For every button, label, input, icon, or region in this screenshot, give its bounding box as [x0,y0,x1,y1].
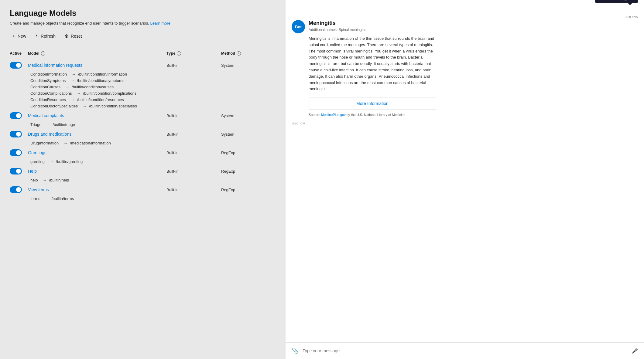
arrow-icon: → [63,85,69,89]
model-row: Medical complaints Built-in System [10,110,276,121]
type-info-icon[interactable]: i [177,51,181,56]
intent-row: ConditionSymptoms → /builtin/condition/s… [10,77,276,84]
arrow-icon: → [40,178,47,182]
model-group-medical-info: Medical information requests Built-in Sy… [10,59,276,109]
intent-path: /builtin/condition/complications [83,91,137,96]
intent-name: ConditionDoctorSpecialties [28,104,78,108]
model-toggle-medical-info[interactable] [10,62,22,69]
intent-path: /builtin/terms [52,196,74,201]
intent-path: /builtin/condition/symptoms [77,78,124,83]
intent-row: terms → /builtin/terms [10,195,276,202]
new-button[interactable]: ＋ New [10,32,28,40]
model-toggle-drugs[interactable] [10,131,22,137]
col-active: Active [10,51,28,56]
model-toggle-view-terms[interactable] [10,186,22,193]
refresh-button[interactable]: ↻ Refresh [33,32,57,40]
col-method: Method i [221,51,276,56]
model-name-greetings[interactable]: Greetings [28,150,166,155]
more-info-button[interactable]: More Information [309,97,436,110]
intent-row: ConditionResources → /builtin/condition/… [10,97,276,103]
mic-button[interactable]: 🎤 [631,347,639,355]
model-name-help[interactable]: Help [28,169,166,174]
intent-name: ConditionSymptoms [28,78,66,83]
model-method-greetings: RegExp [221,151,276,155]
attach-button[interactable]: 📎 [290,346,300,355]
model-method-medical-info: System [221,63,276,68]
intent-name: ConditionComplications [28,91,72,96]
model-type-medical-info: Built-in [166,63,221,68]
intent-details: help → /builtin/help [28,178,166,182]
page-title: Language Models [10,8,276,18]
intent-details: ConditionSymptoms → /builtin/condition/s… [28,78,166,83]
intent-details: greeting → /builtin/greeting [28,159,166,164]
model-name-drugs[interactable]: Drugs and medications [28,132,166,137]
model-row: Help Built-in RegExp [10,165,276,177]
intent-path: /builtin/condition/information [78,72,127,76]
model-info-icon[interactable]: i [41,51,45,56]
model-type-drugs: Built-in [166,132,221,137]
intent-name: Triage [28,122,41,127]
model-toggle-medical-complaints[interactable] [10,112,22,119]
model-toggle-greetings[interactable] [10,149,22,156]
user-tooltip: What is Meningitis? [595,0,638,3]
model-row: Greetings Built-in RegExp [10,147,276,158]
model-toggle-help[interactable] [10,168,22,174]
arrow-icon: → [74,91,81,96]
models-table: Active Model i Type i Method i Medical i… [10,49,276,202]
model-name-view-terms[interactable]: View terms [28,187,166,192]
model-group-drugs: Drugs and medications Built-in System Dr… [10,128,276,146]
reset-button[interactable]: 🗑 Reset [63,32,84,40]
bot-message-subtitle: Additional names: Spinal meningitis [309,28,436,32]
table-header: Active Model i Type i Method i [10,49,276,58]
intent-row: help → /builtin/help [10,177,276,183]
model-group-help: Help Built-in RegExp help → /builtin/hel… [10,165,276,183]
model-name-medical-complaints[interactable]: Medical complaints [28,113,166,118]
intent-row: ConditionDoctorSpecialties → /builtin/co… [10,103,276,109]
model-name-medical-info[interactable]: Medical information requests [28,63,166,68]
toolbar: ＋ New ↻ Refresh 🗑 Reset [10,32,276,40]
intent-row: greeting → /builtin/greeting [10,158,276,165]
source-link[interactable]: MedlinePlus.gov [321,113,346,117]
intent-name: ConditionInformation [28,72,67,76]
bot-message-container: Bot Meningitis Additional names: Spinal … [292,20,638,117]
bot-timestamp: Just now [292,121,638,125]
model-row: View terms Built-in RegExp [10,184,276,195]
model-method-view-terms: RegExp [221,188,276,192]
col-model: Model i [28,51,166,56]
arrow-icon: → [47,159,53,164]
user-timestamp: Just now [292,15,638,19]
intent-details: ConditionInformation → /builtin/conditio… [28,72,166,76]
source-text: Source: MedlinePlus.gov by the U.S. Nati… [309,113,436,117]
bot-message-title: Meningitis [309,20,436,26]
arrow-icon: → [68,78,74,83]
model-row: Medical information requests Built-in Sy… [10,59,276,71]
learn-more-link[interactable]: Learn more [150,21,170,25]
intent-path: /builtin/condition/specialties [89,104,137,108]
arrow-icon: → [43,196,49,201]
method-info-icon[interactable]: i [237,51,241,56]
intent-details: ConditionComplications → /builtin/condit… [28,91,166,96]
model-group-greetings: Greetings Built-in RegExp greeting → /bu… [10,147,276,165]
model-row: Drugs and medications Built-in System [10,128,276,140]
intent-details: Triage → /builtin/triage [28,122,166,127]
model-method-medical-complaints: System [221,113,276,118]
intent-path: /builtin/condition/resources [77,97,124,102]
bot-message-body: Meningitis is inflammation of the thin t… [309,36,436,92]
model-method-help: RegExp [221,169,276,174]
intent-name: DrugInformation [28,141,59,145]
intent-path: /builtin/greeting [56,159,83,164]
arrow-icon: → [44,122,50,127]
chat-input-bar: 📎 🎤 [286,342,644,359]
model-type-medical-complaints: Built-in [166,113,221,118]
col-type: Type i [166,51,221,56]
models-container: Medical information requests Built-in Sy… [10,59,276,202]
bot-message-content: Meningitis Additional names: Spinal meni… [309,20,436,117]
intent-path: /builtin/help [49,178,69,182]
chat-area: What is Meningitis? Just now Bot Meningi… [286,0,644,342]
page-subtitle: Create and manage objects that recognize… [10,21,276,25]
model-group-view-terms: View terms Built-in RegExp terms → /buil… [10,184,276,202]
model-type-view-terms: Built-in [166,188,221,192]
arrow-icon: → [69,72,76,76]
intent-name: terms [28,196,40,201]
chat-input[interactable] [303,348,628,353]
